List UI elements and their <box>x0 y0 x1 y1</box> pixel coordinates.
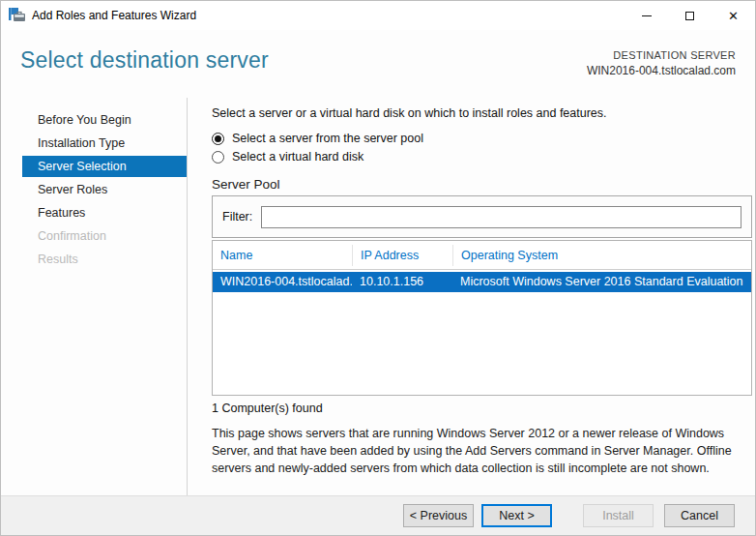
computer-count: 1 Computer(s) found <box>212 402 752 415</box>
wizard-nav: Before You Begin Installation Type Serve… <box>1 98 188 495</box>
filter-group: Filter: <box>212 195 752 238</box>
intro-text: Select a server or a virtual hard disk o… <box>212 106 752 120</box>
window-title: Add Roles and Features Wizard <box>32 9 196 22</box>
cancel-button[interactable]: Cancel <box>664 504 735 527</box>
nav-item-server-roles[interactable]: Server Roles <box>22 179 187 200</box>
radio-unselected-icon <box>212 151 224 164</box>
minimize-icon <box>642 15 652 16</box>
nav-item-confirmation: Confirmation <box>22 225 187 247</box>
radio-virtual-hard-disk[interactable]: Select a virtual hard disk <box>212 150 752 164</box>
column-header-ip-address[interactable]: IP Address <box>352 245 452 266</box>
wizard-window: Add Roles and Features Wizard ✕ Select d… <box>0 0 756 536</box>
nav-item-features[interactable]: Features <box>22 202 187 223</box>
nav-item-server-selection[interactable]: Server Selection <box>22 156 187 177</box>
server-pool-table: Name IP Address Operating System WIN2016… <box>212 240 752 396</box>
radio-selected-icon <box>212 133 224 145</box>
minimize-button[interactable] <box>625 1 668 30</box>
close-button[interactable]: ✕ <box>712 1 755 30</box>
destination-label: DESTINATION SERVER <box>587 49 736 61</box>
page-header: Select destination server DESTINATION SE… <box>1 30 755 98</box>
column-header-name[interactable]: Name <box>213 249 352 262</box>
filter-input[interactable] <box>261 206 741 228</box>
close-icon: ✕ <box>728 9 739 23</box>
radio-server-pool[interactable]: Select a server from the server pool <box>212 132 752 145</box>
maximize-button[interactable] <box>668 1 712 30</box>
filter-label: Filter: <box>222 210 252 223</box>
previous-button[interactable]: < Previous <box>403 504 474 527</box>
nav-item-results: Results <box>22 249 187 270</box>
destination-server: WIN2016-004.tstlocalad.com <box>587 64 736 77</box>
server-pool-title: Server Pool <box>212 177 752 192</box>
window-controls: ✕ <box>625 1 755 30</box>
nav-item-installation-type[interactable]: Installation Type <box>22 133 187 154</box>
page-description: This page shows servers that are running… <box>212 425 739 477</box>
cell-ip-address: 10.10.1.156 <box>352 272 452 292</box>
next-button[interactable]: Next > <box>481 504 552 527</box>
titlebar: Add Roles and Features Wizard ✕ <box>1 1 755 30</box>
page-title: Select destination server <box>20 47 269 74</box>
radio-server-pool-label: Select a server from the server pool <box>232 132 423 145</box>
footer-button-bar: < Previous Next > Install Cancel <box>1 495 755 535</box>
main-content: Select a server or a virtual hard disk o… <box>188 98 756 495</box>
cell-operating-system: Microsoft Windows Server 2016 Standard E… <box>452 272 751 292</box>
maximize-icon <box>685 12 694 20</box>
install-button: Install <box>583 504 654 527</box>
radio-virtual-hard-disk-label: Select a virtual hard disk <box>232 150 363 164</box>
destination-block: DESTINATION SERVER WIN2016-004.tstlocala… <box>587 47 736 77</box>
server-manager-icon <box>9 8 26 23</box>
column-header-operating-system[interactable]: Operating System <box>452 245 751 266</box>
cell-server-name: WIN2016-004.tstlocalad.... <box>213 272 352 292</box>
table-header-row: Name IP Address Operating System <box>213 241 751 270</box>
nav-item-before-you-begin[interactable]: Before You Begin <box>22 109 187 131</box>
table-row[interactable]: WIN2016-004.tstlocalad.... 10.10.1.156 M… <box>213 272 751 292</box>
wizard-body: Before You Begin Installation Type Serve… <box>1 98 755 495</box>
